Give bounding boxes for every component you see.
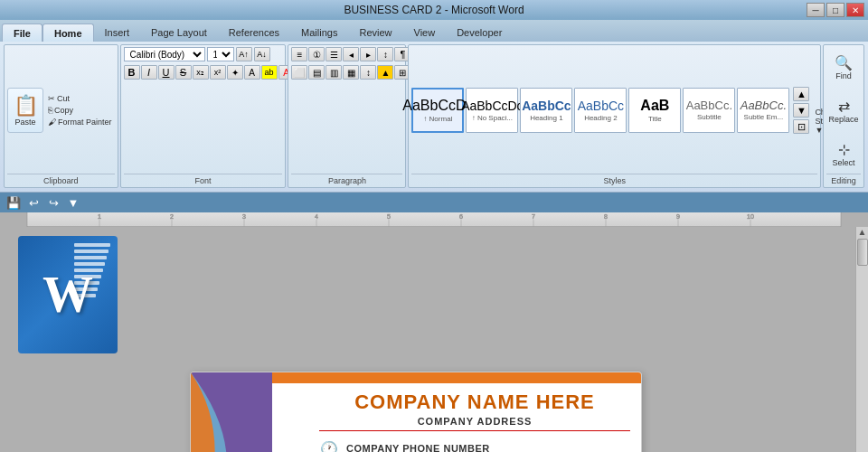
align-right-btn[interactable]: ▥	[326, 65, 342, 80]
select-btn[interactable]: ⊹ Select	[826, 134, 861, 174]
font-group: Calibri (Body) 11 A↑ A↓ B I U S x₂ x² ✦	[120, 44, 287, 188]
tab-review[interactable]: Review	[348, 24, 402, 42]
phone-row: 🕐 COMPANY PHONE NUMBER	[319, 435, 630, 452]
shading-btn[interactable]: ▲	[377, 65, 393, 80]
phone-label: COMPANY PHONE NUMBER	[346, 443, 490, 452]
styles-scroll-down[interactable]: ▼	[793, 103, 809, 118]
editing-group: 🔍 Find ⇄ Replace ⊹ Select Editing	[823, 44, 864, 188]
clear-format-btn[interactable]: ✦	[227, 65, 243, 80]
font-label: Font	[124, 174, 283, 185]
quick-access-bar: 💾 ↩ ↪ ▼	[0, 193, 868, 212]
qa-dropdown[interactable]: ▼	[65, 194, 81, 211]
style-title[interactable]: AaB Title	[628, 88, 681, 133]
paste-icon: 📋	[14, 94, 38, 118]
svg-text:6: 6	[459, 213, 463, 220]
tab-insert[interactable]: Insert	[94, 24, 141, 42]
ribbon: File Home Insert Page Layout References …	[0, 20, 868, 193]
svg-text:10: 10	[747, 213, 754, 220]
company-address: COMPANY ADDRESS	[319, 416, 630, 431]
scrollbar-thumb[interactable]	[857, 239, 868, 266]
decrease-indent-btn[interactable]: ◂	[343, 47, 359, 61]
close-btn[interactable]: ✕	[846, 3, 864, 17]
align-left-btn[interactable]: ⬜	[291, 65, 307, 80]
style-heading1[interactable]: AaBbCc Heading 1	[520, 88, 572, 133]
svg-text:4: 4	[315, 213, 318, 220]
line-spacing-btn[interactable]: ↕	[360, 65, 376, 80]
ribbon-content: 📋 Paste ✂ Cut ⎘ Copy 🖌 Format Painter Cl…	[0, 42, 868, 192]
qa-save[interactable]: 💾	[5, 194, 22, 211]
increase-indent-btn[interactable]: ▸	[360, 47, 376, 61]
underline-btn[interactable]: U	[158, 65, 175, 80]
style-no-spacing[interactable]: AaBbCcDc ↑ No Spaci...	[466, 88, 518, 133]
numbering-btn[interactable]: ①	[308, 47, 325, 61]
style-heading2[interactable]: AaBbCc Heading 2	[574, 88, 627, 133]
svg-text:3: 3	[242, 213, 246, 220]
justify-btn[interactable]: ▦	[343, 65, 359, 80]
word-logo-box: W	[18, 236, 118, 353]
text-effect-btn[interactable]: A	[244, 65, 260, 80]
tab-file[interactable]: File	[2, 24, 42, 42]
window-controls: ─ □ ✕	[807, 3, 864, 17]
tab-view[interactable]: View	[403, 24, 447, 42]
tab-home[interactable]: Home	[42, 24, 94, 42]
superscript-btn[interactable]: x²	[210, 65, 226, 80]
copy-button[interactable]: ⎘ Copy	[45, 105, 115, 116]
styles-label: Styles	[411, 174, 817, 185]
styles-group: AaBbCcDc ↑ Normal AaBbCcDc ↑ No Spaci...…	[408, 44, 821, 188]
tab-developer[interactable]: Developer	[446, 24, 513, 42]
increase-font-btn[interactable]: A↑	[236, 47, 252, 61]
maximize-btn[interactable]: □	[826, 3, 844, 17]
styles-more[interactable]: ⊡	[793, 119, 809, 134]
company-name: COMPANY NAME HERE	[319, 391, 630, 414]
sort-btn[interactable]: ↕	[377, 47, 393, 61]
ruler: 1 2 3 4 5 6 7 8 9 10	[0, 212, 868, 227]
highlight-btn[interactable]: ab	[261, 65, 278, 80]
title-text: BUSINESS CARD 2 - Microsoft Word	[344, 4, 524, 16]
clipboard-group: 📋 Paste ✂ Cut ⎘ Copy 🖌 Format Painter Cl…	[4, 44, 118, 188]
tab-mailings[interactable]: Mailings	[290, 24, 348, 42]
paragraph-group: ≡ ① ☰ ◂ ▸ ↕ ¶ ⬜ ▤ ▥ ▦ ↕ ▲ ⊞ Pa	[288, 44, 406, 188]
editing-label: Editing	[826, 174, 861, 185]
find-btn[interactable]: 🔍 Find	[826, 47, 861, 87]
word-w-letter: W	[42, 266, 93, 324]
card-content: COMPANY NAME HERE COMPANY ADDRESS 🕐 COMP…	[308, 383, 641, 452]
format-painter-button[interactable]: 🖌 Format Painter	[45, 117, 115, 127]
strikethrough-btn[interactable]: S	[175, 65, 192, 80]
paste-button[interactable]: 📋 Paste	[7, 88, 43, 133]
paragraph-label: Paragraph	[291, 174, 402, 185]
style-subtitle[interactable]: AaBbCc. Subtitle	[683, 88, 735, 133]
bullets-btn[interactable]: ≡	[291, 47, 307, 61]
svg-text:9: 9	[676, 213, 680, 220]
word-logo: W	[18, 236, 118, 353]
styles-scroll-up[interactable]: ▲	[793, 87, 809, 101]
qa-undo[interactable]: ↩	[25, 194, 42, 211]
font-size-select[interactable]: 11	[207, 47, 234, 61]
cut-button[interactable]: ✂ Cut	[45, 93, 115, 104]
tab-bar: File Home Insert Page Layout References …	[0, 20, 868, 42]
business-card: COMPANY NAME HERE COMPANY ADDRESS 🕐 COMP…	[190, 372, 642, 452]
qa-redo[interactable]: ↪	[45, 194, 61, 211]
decrease-font-btn[interactable]: A↓	[254, 47, 270, 61]
style-subtle-em[interactable]: AaBbCc. Subtle Em...	[737, 88, 789, 133]
multilevel-btn[interactable]: ☰	[326, 47, 342, 61]
svg-text:2: 2	[170, 213, 174, 220]
styles-gallery: AaBbCcDc ↑ Normal AaBbCcDc ↑ No Spaci...…	[411, 88, 789, 133]
font-name-select[interactable]: Calibri (Body)	[124, 47, 205, 61]
italic-btn[interactable]: I	[141, 65, 157, 80]
card-wave-svg	[191, 372, 317, 452]
svg-rect-1	[841, 212, 868, 227]
svg-text:8: 8	[604, 213, 608, 220]
phone-icon: 🕐	[319, 438, 339, 452]
replace-btn[interactable]: ⇄ Replace	[826, 90, 861, 130]
scroll-up-btn[interactable]: ▲	[856, 227, 868, 237]
minimize-btn[interactable]: ─	[807, 3, 825, 17]
style-normal[interactable]: AaBbCcDc ↑ Normal	[411, 88, 464, 133]
tab-page-layout[interactable]: Page Layout	[140, 24, 218, 42]
vertical-scrollbar[interactable]: ▲ ▼	[855, 227, 868, 452]
find-icon: 🔍	[835, 54, 853, 71]
bold-btn[interactable]: B	[124, 65, 140, 80]
align-center-btn[interactable]: ▤	[308, 65, 325, 80]
main-area: W COMPANY NAME HERE COMPANY ADDRESS 🕐 CO…	[0, 227, 868, 452]
subscript-btn[interactable]: x₂	[193, 65, 209, 80]
tab-references[interactable]: References	[218, 24, 290, 42]
